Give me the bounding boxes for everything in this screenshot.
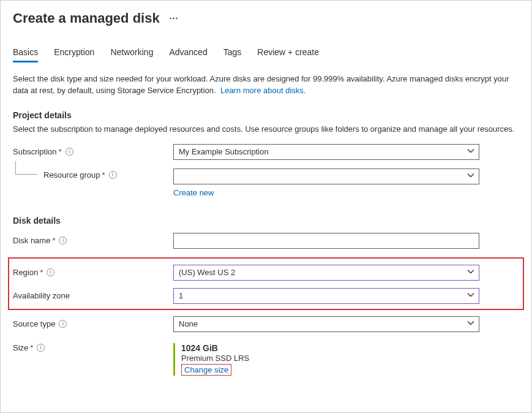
- label-disk-name: Disk name: [13, 236, 50, 245]
- info-icon[interactable]: i: [47, 268, 54, 276]
- label-availability-zone: Availability zone: [13, 291, 70, 300]
- indent-line: [15, 161, 37, 175]
- availability-zone-value: 1: [179, 291, 183, 300]
- source-type-select[interactable]: None: [173, 316, 479, 332]
- info-icon[interactable]: i: [66, 148, 73, 156]
- info-icon[interactable]: i: [37, 344, 45, 352]
- more-icon[interactable]: ···: [170, 13, 179, 23]
- section-disk-details: Disk details: [13, 216, 519, 225]
- label-resource-group: Resource group: [43, 170, 100, 180]
- tab-tags[interactable]: Tags: [223, 47, 242, 63]
- info-icon[interactable]: i: [59, 320, 67, 328]
- size-summary: 1024 GiB Premium SSD LRS Change size: [173, 343, 479, 376]
- subscription-select[interactable]: My Example Subscription: [173, 144, 479, 160]
- page-title: Create a managed disk ···: [13, 10, 519, 26]
- row-region: Region * i (US) West US 2: [13, 265, 519, 281]
- region-value: (US) West US 2: [179, 268, 235, 277]
- info-icon[interactable]: i: [59, 237, 67, 244]
- row-disk-name: Disk name * i: [13, 233, 519, 249]
- section-project-details: Project details: [13, 110, 519, 120]
- disk-name-input[interactable]: [173, 233, 479, 249]
- intro-text: Select the disk type and size needed for…: [13, 74, 519, 97]
- change-size-link[interactable]: Change size: [184, 365, 228, 374]
- learn-more-link[interactable]: Learn more about disks.: [220, 86, 305, 95]
- row-size: Size * i 1024 GiB Premium SSD LRS Change…: [13, 343, 519, 376]
- tab-advanced[interactable]: Advanced: [169, 47, 207, 63]
- required-icon: *: [59, 147, 62, 156]
- row-resource-group: Resource group * i Create new: [13, 169, 519, 197]
- availability-zone-select[interactable]: 1: [173, 288, 479, 304]
- tab-review-create[interactable]: Review + create: [257, 47, 319, 63]
- subscription-value: My Example Subscription: [179, 147, 269, 156]
- label-subscription: Subscription: [13, 147, 57, 156]
- create-new-link[interactable]: Create new: [173, 188, 479, 197]
- required-icon: *: [102, 170, 105, 180]
- size-value: 1024 GiB: [181, 343, 479, 353]
- tab-networking[interactable]: Networking: [110, 47, 153, 63]
- tab-basics[interactable]: Basics: [13, 47, 38, 63]
- highlight-region-zone: Region * i (US) West US 2 Availability z…: [8, 257, 524, 310]
- source-type-value: None: [179, 319, 198, 328]
- project-details-desc: Select the subscription to manage deploy…: [13, 124, 519, 135]
- row-subscription: Subscription * i My Example Subscription: [13, 144, 519, 160]
- label-size: Size: [13, 343, 28, 352]
- tab-bar: Basics Encryption Networking Advanced Ta…: [13, 47, 519, 63]
- tab-encryption[interactable]: Encryption: [54, 47, 94, 63]
- info-icon[interactable]: i: [109, 171, 117, 179]
- size-type: Premium SSD LRS: [181, 354, 479, 363]
- label-source-type: Source type: [13, 319, 55, 328]
- required-icon: *: [30, 343, 33, 352]
- row-source-type: Source type i None: [13, 316, 519, 332]
- resource-group-select[interactable]: [173, 169, 479, 184]
- region-select[interactable]: (US) West US 2: [173, 265, 479, 281]
- label-region: Region: [13, 268, 38, 277]
- required-icon: *: [40, 268, 43, 277]
- required-icon: *: [52, 236, 55, 245]
- row-availability-zone: Availability zone 1: [13, 288, 519, 304]
- page-title-text: Create a managed disk: [13, 10, 160, 26]
